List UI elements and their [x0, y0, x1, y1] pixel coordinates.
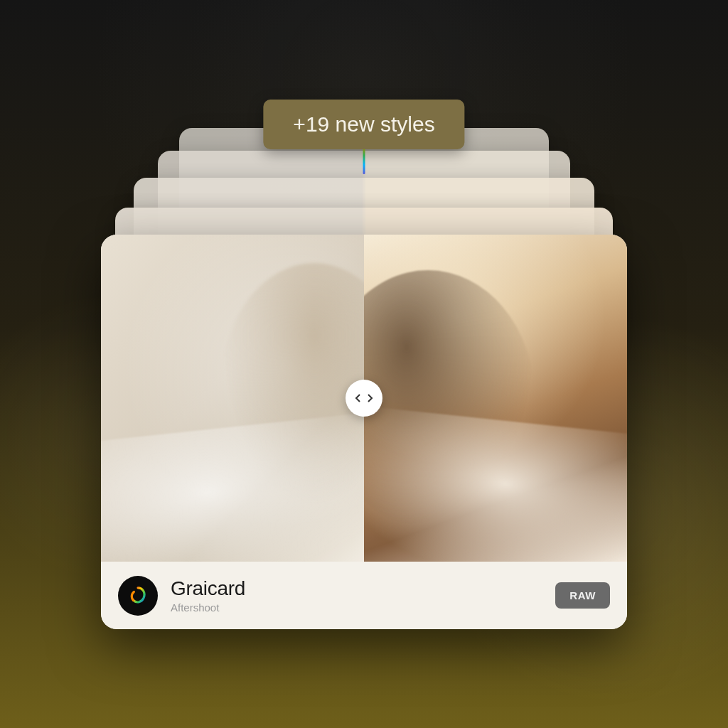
- raw-badge[interactable]: RAW: [555, 582, 610, 609]
- brand-name: Aftershoot: [171, 601, 245, 614]
- card-footer: Graicard Aftershoot RAW: [101, 562, 627, 629]
- before-after-compare[interactable]: [101, 235, 627, 562]
- new-styles-chip[interactable]: +19 new styles: [263, 100, 464, 149]
- aftershoot-logo-icon: [127, 584, 149, 607]
- style-card: Graicard Aftershoot RAW: [101, 235, 627, 629]
- before-image: [101, 235, 364, 562]
- chevron-right-icon: [366, 393, 373, 403]
- card-meta: Graicard Aftershoot: [171, 577, 245, 614]
- compare-slider-handle[interactable]: [346, 380, 382, 417]
- chevron-left-icon: [355, 393, 362, 403]
- brand-avatar: [118, 576, 158, 616]
- after-image: [364, 235, 627, 562]
- style-title: Graicard: [171, 577, 245, 600]
